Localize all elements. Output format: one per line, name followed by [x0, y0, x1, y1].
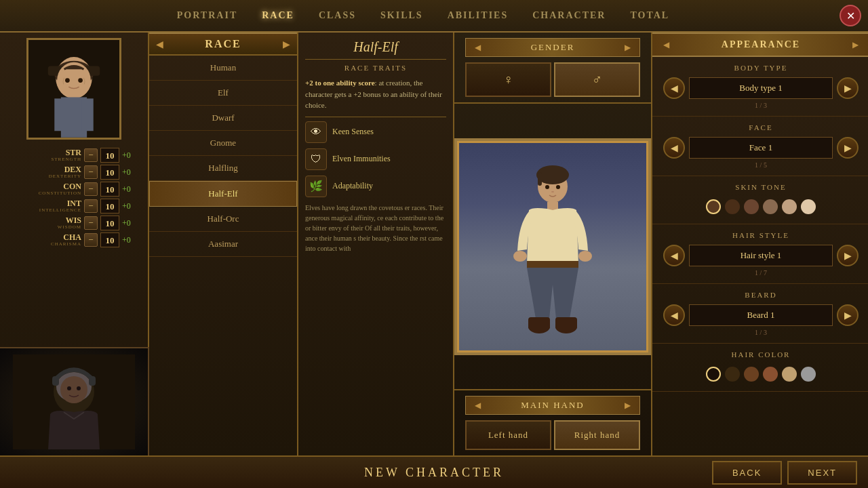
beard-selector: ◀ Beard 1 ▶	[663, 304, 859, 326]
trait-adapt-label: Adaptability	[332, 181, 373, 191]
nav-portrait[interactable]: PORTRAIT	[165, 10, 250, 21]
left-hand-btn[interactable]: Left hand	[465, 420, 551, 450]
hair-color-swatches	[663, 364, 859, 384]
race-item-aasimar[interactable]: Aasimar	[149, 232, 297, 257]
gender-section: ◀ GENDER ▶ ♀ ♂	[454, 33, 651, 104]
beard-value: Beard 1	[689, 304, 833, 326]
str-minus-btn[interactable]: −	[84, 148, 98, 162]
face-counter: 1 / 5	[663, 161, 859, 169]
skin-tone-swatch-3[interactable]	[744, 199, 759, 214]
hair-color-swatch-4[interactable]	[763, 367, 778, 382]
gender-right-arrow[interactable]: ▶	[619, 43, 636, 53]
str-bonus: +0	[122, 150, 142, 161]
body-type-next-btn[interactable]: ▶	[837, 77, 859, 99]
hair-color-swatch-5[interactable]	[782, 367, 797, 382]
dex-value: 10	[100, 165, 119, 180]
gender-female-btn[interactable]: ♀	[465, 62, 551, 97]
face-title: FACE	[663, 123, 859, 131]
hand-left-arrow[interactable]: ◀	[469, 401, 486, 411]
race-item-half-orc[interactable]: Half-Orc	[149, 207, 297, 232]
svg-point-29	[60, 376, 87, 403]
hair-style-section: HAIR STYLE ◀ Hair style 1 ▶ 1 / 7	[652, 224, 868, 284]
skin-tone-swatch-5[interactable]	[782, 199, 797, 214]
race-next-arrow[interactable]: ▶	[280, 39, 293, 50]
cha-minus-btn[interactable]: −	[84, 233, 98, 247]
race-lore-text: Elves have long drawn the covetous er ra…	[305, 203, 446, 253]
race-item-elf[interactable]: Elf	[149, 81, 297, 106]
body-type-prev-btn[interactable]: ◀	[663, 77, 685, 99]
svg-point-30	[67, 386, 71, 390]
skin-tone-swatch-6[interactable]	[801, 199, 816, 214]
webcam-inner	[0, 348, 148, 455]
skin-tone-swatch-2[interactable]	[725, 199, 740, 214]
character-portrait-area	[454, 104, 651, 389]
str-value: 10	[100, 148, 119, 163]
cha-bonus: +0	[122, 235, 142, 245]
race-divider-mid	[305, 117, 446, 117]
hair-style-value: Hair style 1	[689, 245, 833, 266]
svg-rect-17	[527, 261, 578, 268]
face-next-btn[interactable]: ▶	[837, 137, 859, 159]
webcam-overlay	[0, 347, 149, 455]
hair-color-swatch-3[interactable]	[744, 367, 759, 382]
hair-color-swatch-2[interactable]	[725, 367, 740, 382]
race-prev-arrow[interactable]: ◀	[153, 39, 166, 50]
wis-minus-btn[interactable]: −	[84, 216, 98, 230]
con-minus-btn[interactable]: −	[84, 182, 98, 196]
bottom-buttons: BACK NEXT	[712, 461, 857, 485]
nav-race[interactable]: RACE	[250, 10, 307, 21]
hair-style-prev-btn[interactable]: ◀	[663, 245, 685, 266]
appearance-title: APPEARANCE	[722, 39, 800, 50]
close-button[interactable]: ✕	[840, 5, 861, 26]
gender-left-arrow[interactable]: ◀	[469, 43, 486, 53]
character-figure-svg	[498, 156, 607, 352]
nav-character[interactable]: CHARACTER	[520, 10, 618, 21]
race-panel-title: RACE	[166, 38, 280, 50]
next-button[interactable]: NEXT	[787, 461, 857, 485]
skin-tone-swatch-1[interactable]	[706, 199, 721, 214]
int-minus-btn[interactable]: −	[84, 199, 98, 213]
wis-value: 10	[100, 216, 119, 230]
race-item-halfling[interactable]: Halfling	[149, 156, 297, 181]
svg-rect-21	[555, 317, 577, 329]
race-item-half-elf[interactable]: Half-Elf	[149, 181, 297, 207]
right-hand-btn[interactable]: Right hand	[554, 420, 640, 450]
dex-minus-btn[interactable]: −	[84, 165, 98, 179]
race-divider-top	[305, 59, 446, 60]
race-item-human[interactable]: Human	[149, 56, 297, 81]
top-navigation: PORTRAIT RACE CLASS SKILLS ABILITIES CHA…	[0, 0, 868, 33]
body-type-selector: ◀ Body type 1 ▶	[663, 77, 859, 99]
hair-color-section: HAIR COLOR	[652, 344, 868, 392]
gender-male-btn[interactable]: ♂	[554, 62, 640, 97]
body-type-title: BODY TYPE	[663, 64, 859, 72]
hand-right-arrow[interactable]: ▶	[619, 401, 636, 411]
svg-rect-9	[81, 98, 93, 131]
hair-color-swatch-6[interactable]	[801, 367, 816, 382]
beard-next-btn[interactable]: ▶	[837, 304, 859, 326]
skin-tone-section: SKIN TONE	[652, 176, 868, 224]
nav-class[interactable]: CLASS	[307, 10, 368, 21]
stat-row-int: INT INTELLIGENCE − 10 +0	[5, 199, 142, 214]
nav-abilities[interactable]: ABILITIES	[435, 10, 521, 21]
nav-skills[interactable]: SKILLS	[368, 10, 435, 21]
skin-tone-swatch-4[interactable]	[763, 199, 778, 214]
face-prev-btn[interactable]: ◀	[663, 137, 685, 159]
wis-bonus: +0	[122, 218, 142, 228]
nav-total[interactable]: TOTAL	[618, 10, 682, 21]
back-button[interactable]: BACK	[712, 461, 782, 485]
race-detail-title: Half-Elf	[305, 39, 446, 55]
race-item-gnome[interactable]: Gnome	[149, 131, 297, 156]
trait-elven-label: Elven Immunities	[332, 154, 391, 164]
main-hand-bar: ◀ MAIN HAND ▶	[465, 396, 640, 415]
main-hand-title: MAIN HAND	[486, 400, 619, 411]
hair-color-swatch-1[interactable]	[706, 367, 721, 382]
skin-tone-title: SKIN TONE	[663, 183, 859, 191]
svg-point-23	[578, 251, 592, 262]
race-item-dwarf[interactable]: Dwarf	[149, 106, 297, 131]
hair-style-next-btn[interactable]: ▶	[837, 245, 859, 266]
cha-value: 10	[100, 232, 119, 247]
svg-rect-27	[52, 376, 59, 386]
appearance-right-arrow[interactable]: ▶	[847, 40, 864, 50]
appearance-left-arrow[interactable]: ◀	[658, 40, 675, 50]
beard-prev-btn[interactable]: ◀	[663, 304, 685, 326]
